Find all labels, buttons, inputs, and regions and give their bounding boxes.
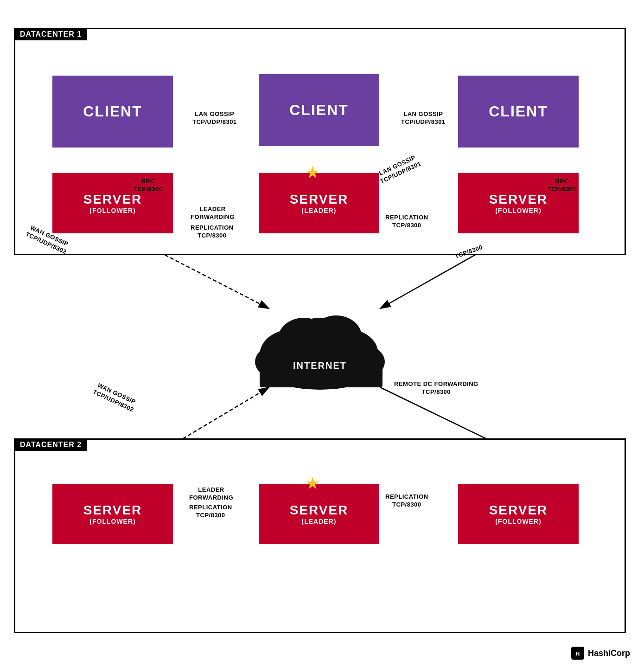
replication-label-left-dc1: REPLICATION TCP/8300 <box>191 224 234 240</box>
leader-star-dc1: ★ <box>305 163 320 182</box>
hashicorp-text: HashiCorp <box>588 649 630 658</box>
leader-star-dc2: ★ <box>305 474 320 493</box>
client3-box: CLIENT <box>458 76 579 148</box>
rpc-label-right: RPC TCP/8300 <box>548 178 577 193</box>
leader-forwarding-label-dc2: LEADER FORWARDING <box>189 486 233 502</box>
remote-dc-forwarding-label: REMOTE DC FORWARDING TCP/8300 <box>394 380 478 396</box>
server3-dc2-box: SERVER (FOLLOWER) <box>458 484 579 544</box>
client2-box: CLIENT <box>259 74 379 146</box>
replication-label-left-dc2: REPLICATION TCP/8300 <box>189 504 232 520</box>
lan-gossip-label-23: LAN GOSSIP TCP/UDP/8301 <box>401 110 446 126</box>
svg-text:INTERNET: INTERNET <box>293 360 347 371</box>
hashicorp-icon: H <box>571 647 584 660</box>
main-container: DATACENTER 1 CLIENT CLIENT CLIENT SERVER… <box>0 0 644 668</box>
cloud-svg: INTERNET <box>232 302 408 394</box>
datacenter1-box: DATACENTER 1 CLIENT CLIENT CLIENT SERVER… <box>14 28 626 255</box>
internet-container: INTERNET <box>232 302 408 394</box>
datacenter2-box: DATACENTER 2 SERVER (FOLLOWER) SERVER (L… <box>14 438 626 633</box>
leader-forwarding-label-dc1: LEADER FORWARDING <box>191 206 235 221</box>
server1-dc2-box: SERVER (FOLLOWER) <box>52 484 173 544</box>
client1-box: CLIENT <box>52 76 173 148</box>
svg-point-23 <box>311 315 362 357</box>
lan-gossip-diagonal-label: LAN GOSSIP TCP/UDP/8301 <box>376 153 422 186</box>
replication-label-right-dc1: REPLICATION TCP/8300 <box>385 214 428 230</box>
replication-label-right-dc2: REPLICATION TCP/8300 <box>385 493 428 509</box>
svg-text:H: H <box>575 650 580 657</box>
datacenter1-label: DATACENTER 1 <box>14 28 87 40</box>
wan-gossip-dc2-label: WAN GOSSIP TCP/UDP/8302 <box>91 381 138 414</box>
lan-gossip-label-12: LAN GOSSIP TCP/UDP/8301 <box>192 110 237 126</box>
datacenter2-label: DATACENTER 2 <box>14 439 87 451</box>
hashicorp-logo: H HashiCorp <box>571 647 630 660</box>
rpc-label-left: RPC TCP/8300 <box>134 178 163 193</box>
